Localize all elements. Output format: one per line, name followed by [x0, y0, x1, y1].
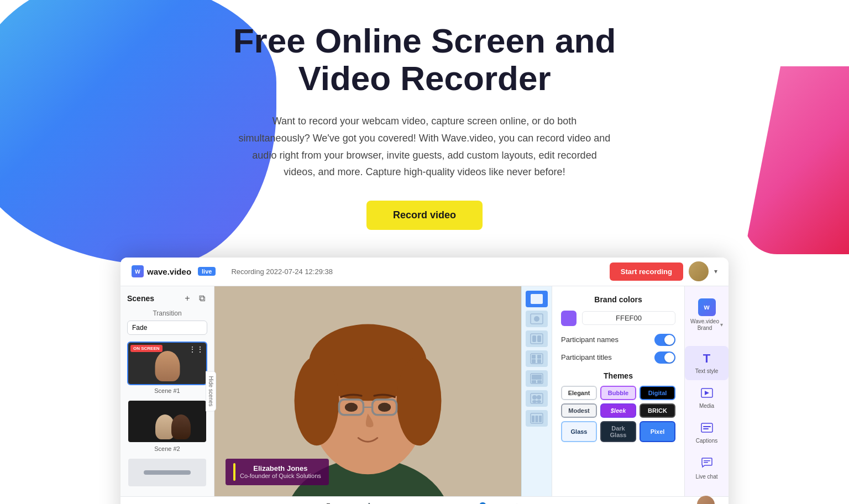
invite-icon: 👤 [476, 502, 489, 504]
theme-sleek[interactable]: $leek [600, 403, 636, 418]
layout-sidebar [521, 286, 552, 496]
app-mockup: w wave.video live Recording 2022-07-24 1… [120, 258, 729, 504]
lower-third: Elizabeth Jones Co-founder of Quick Solu… [226, 459, 329, 485]
svg-rect-26 [537, 380, 542, 383]
hero-title: Free Online Screen and Video Recorder [203, 22, 646, 97]
toggle-knob-2 [664, 353, 674, 363]
toolbar-add-camera[interactable]: 📷 Add camera [396, 502, 426, 504]
scenes-title: Scenes [127, 294, 154, 303]
toolbar-settings[interactable]: ⚙ Settings [507, 502, 527, 504]
avatar-chevron[interactable]: ▾ [714, 267, 717, 275]
toggle-knob [664, 335, 674, 345]
svg-rect-17 [537, 335, 541, 342]
svg-rect-20 [537, 355, 541, 359]
brand-chevron-icon: ▾ [720, 322, 723, 328]
svg-point-6 [397, 356, 442, 445]
svg-rect-24 [532, 375, 542, 380]
layout-option-6[interactable] [526, 390, 548, 407]
on-screen-badge: ON SCREEN [130, 345, 163, 352]
sidebar-user-avatar [697, 496, 715, 504]
svg-rect-16 [532, 335, 536, 342]
wave-logo-text: wave.video [147, 267, 191, 276]
layout-option-2[interactable] [526, 311, 548, 327]
svg-rect-12 [531, 294, 543, 304]
svg-point-5 [295, 356, 339, 445]
theme-glass[interactable]: Glass [561, 421, 597, 442]
svg-point-29 [537, 395, 541, 400]
color-row: FFEF00 [561, 311, 675, 326]
sidebar-item-text-style[interactable]: T Text style [685, 346, 729, 380]
app-header-left: w wave.video live Recording 2022-07-24 1… [132, 265, 333, 277]
wave-logo: w wave.video [132, 265, 191, 277]
live-badge: live [198, 267, 216, 276]
theme-brick[interactable]: BRICK [640, 403, 675, 418]
sidebar-item-live-chat[interactable]: Live chat [685, 452, 729, 486]
svg-rect-31 [537, 400, 541, 403]
layout-option-5[interactable] [526, 370, 548, 387]
color-swatch[interactable] [561, 311, 577, 326]
scene-item-3 [127, 458, 207, 487]
toolbar-stop-video[interactable]: 📹 Stop video [352, 502, 378, 504]
transition-label: Transition [127, 309, 207, 317]
hide-scenes-tab[interactable]: Hide scenes [206, 371, 216, 411]
themes-title: Themes [561, 371, 675, 380]
svg-point-10 [345, 403, 358, 412]
theme-modest[interactable]: Modest [561, 403, 597, 418]
svg-rect-19 [532, 355, 536, 359]
live-chat-label: Live chat [695, 474, 717, 480]
participant-names-row: Participant names [561, 334, 675, 346]
svg-rect-34 [536, 416, 538, 422]
layout-option-1[interactable] [526, 291, 548, 307]
theme-elegant[interactable]: Elegant [561, 386, 597, 400]
sidebar-item-media[interactable]: Media [685, 382, 729, 415]
stop-video-icon: 📹 [359, 502, 371, 504]
sidebar-item-brand[interactable]: w Wave.videoBrand ▾ [685, 293, 729, 337]
participant-names-label: Participant names [561, 335, 619, 344]
media-icon [701, 388, 713, 401]
scenes-header: Scenes + ⧉ [127, 293, 207, 304]
start-recording-button[interactable]: Start recording [610, 262, 683, 281]
add-scene-button[interactable]: + [182, 293, 193, 304]
text-style-label: Text style [695, 368, 719, 375]
theme-digital[interactable]: Digital [640, 386, 675, 400]
layout-option-4[interactable] [526, 350, 548, 367]
lower-third-bar [233, 463, 235, 481]
lower-third-name: Elizabeth Jones [240, 464, 321, 473]
hero-content: Free Online Screen and Video Recorder Wa… [11, 22, 838, 258]
theme-bubble[interactable]: Bubble [600, 386, 636, 400]
copy-scene-button[interactable]: ⧉ [196, 293, 207, 304]
mute-icon: 🎙 [323, 502, 333, 504]
record-video-button[interactable]: Record video [366, 201, 483, 230]
layout-option-3[interactable] [526, 330, 548, 347]
wave-brand-logo-icon: w [698, 298, 716, 316]
scene-thumbnail-2[interactable] [127, 400, 207, 443]
settings-icon: ⚙ [512, 502, 521, 504]
participant-titles-toggle[interactable] [654, 351, 675, 364]
participant-titles-label: Participant titles [561, 353, 612, 361]
video-area: Hide scenes [214, 286, 521, 496]
sidebar-avatar-wrapper: 2 [697, 496, 717, 504]
share-icon: ↗ [447, 502, 455, 504]
scene-menu-icon[interactable]: ⋮⋮ [188, 345, 204, 354]
toolbar-mute[interactable]: 🎙 Mute [322, 502, 334, 504]
layout-option-7[interactable] [526, 410, 548, 427]
hero-section: Free Online Screen and Video Recorder Wa… [0, 0, 849, 504]
participant-names-toggle[interactable] [654, 334, 675, 346]
theme-pixel[interactable]: Pixel [640, 421, 675, 442]
user-avatar[interactable] [689, 261, 709, 281]
scene-thumbnail-1[interactable]: ON SCREEN ⋮⋮ [127, 342, 207, 385]
scene2-face2 [171, 414, 191, 439]
transition-select[interactable]: Fade Cut Slide [127, 321, 207, 335]
color-hex-display[interactable]: FFEF00 [582, 311, 675, 325]
svg-rect-37 [701, 423, 712, 432]
toolbar-invite[interactable]: 👤 Invite [476, 502, 489, 504]
brand-panel: Brand colors FFEF00 Participant names Pa… [552, 286, 684, 496]
svg-rect-21 [532, 359, 536, 363]
scene-thumbnail-3[interactable] [127, 458, 207, 487]
scene-1-name: Scene #1 [127, 387, 207, 394]
svg-rect-41 [704, 462, 708, 463]
app-toolbar: 🎙 Mute 📹 Stop video 📷 Add camera ↗ Share… [120, 496, 729, 504]
sidebar-item-captions[interactable]: Captions [685, 417, 729, 450]
toolbar-share[interactable]: ↗ Share [443, 502, 458, 504]
theme-darkglass[interactable]: Dark Glass [600, 421, 636, 442]
